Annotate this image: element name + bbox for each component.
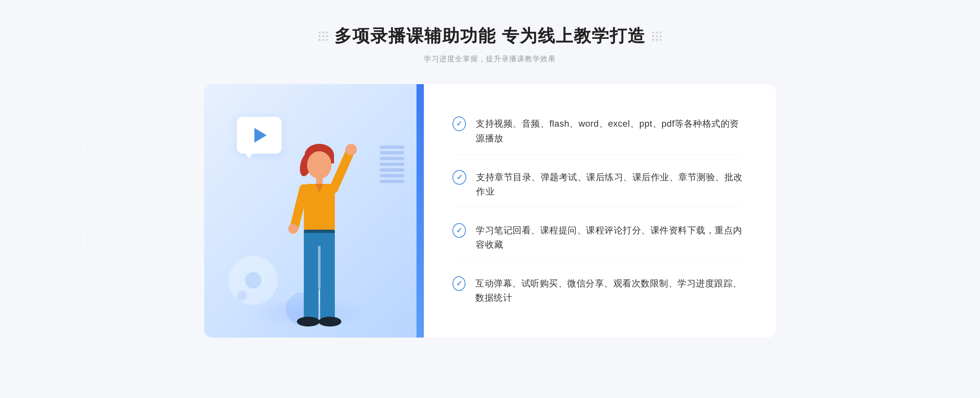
feature-text-3: 学习笔记回看、课程提问、课程评论打分、课件资料下载，重点内容收藏 bbox=[476, 223, 743, 252]
svg-point-3 bbox=[307, 151, 332, 179]
svg-rect-12 bbox=[318, 246, 321, 290]
decorative-lines bbox=[380, 145, 404, 195]
check-mark-4: ✓ bbox=[456, 280, 462, 287]
deco-circle-1 bbox=[245, 272, 261, 288]
check-mark-2: ✓ bbox=[457, 174, 463, 181]
feature-item-3: ✓ 学习笔记回看、课程提问、课程评论打分、课件资料下载，重点内容收藏 bbox=[452, 214, 743, 261]
check-icon-3: ✓ bbox=[452, 223, 466, 238]
feature-text-1: 支持视频、音频、flash、word、excel、ppt、pdf等各种格式的资源… bbox=[476, 116, 743, 145]
feature-text-2: 支持章节目录、弹题考试、课后练习、课后作业、章节测验、批改作业 bbox=[476, 170, 743, 199]
title-row: 多项录播课辅助功能 专为线上教学打造 bbox=[318, 25, 662, 47]
content-area: » bbox=[204, 84, 776, 338]
decorative-dots-right bbox=[652, 31, 662, 41]
feature-item-2: ✓ 支持章节目录、弹题考试、课后练习、课后作业、章节测验、批改作业 bbox=[452, 161, 743, 208]
human-figure bbox=[274, 140, 364, 338]
svg-point-15 bbox=[297, 317, 320, 326]
svg-point-9 bbox=[288, 224, 298, 234]
page-title: 多项录播课辅助功能 专为线上教学打造 bbox=[334, 25, 646, 47]
check-mark-1: ✓ bbox=[456, 120, 462, 127]
decorative-dots-left bbox=[318, 31, 328, 41]
svg-rect-4 bbox=[316, 177, 323, 184]
svg-line-5 bbox=[334, 152, 350, 189]
svg-line-8 bbox=[295, 189, 304, 226]
illustration-panel bbox=[204, 84, 416, 338]
features-panel: ✓ 支持视频、音频、flash、word、excel、ppt、pdf等各种格式的… bbox=[424, 84, 776, 338]
header-section: 多项录播课辅助功能 专为线上教学打造 学习进度全掌握，提升录播课教学效果 bbox=[318, 25, 662, 64]
feature-text-4: 互动弹幕、试听购买、微信分享、观看次数限制、学习进度跟踪、数据统计 bbox=[475, 276, 743, 305]
deco-circle-2 bbox=[237, 291, 247, 301]
svg-point-6 bbox=[345, 144, 357, 155]
check-icon-4: ✓ bbox=[452, 276, 466, 291]
svg-point-16 bbox=[318, 317, 341, 326]
page-subtitle: 学习进度全掌握，提升录播课教学效果 bbox=[318, 54, 662, 64]
blue-separator bbox=[416, 84, 424, 338]
page-container: 多项录播课辅助功能 专为线上教学打造 学习进度全掌握，提升录播课教学效果 » bbox=[0, 0, 980, 398]
check-mark-3: ✓ bbox=[456, 227, 462, 234]
check-icon-1: ✓ bbox=[452, 116, 466, 131]
feature-item-4: ✓ 互动弹幕、试听购买、微信分享、观看次数限制、学习进度跟踪、数据统计 bbox=[452, 267, 743, 314]
play-icon bbox=[254, 128, 267, 143]
svg-rect-14 bbox=[320, 287, 335, 320]
check-icon-2: ✓ bbox=[452, 170, 466, 185]
feature-item-1: ✓ 支持视频、音频、flash、word、excel、ppt、pdf等各种格式的… bbox=[452, 107, 743, 154]
svg-rect-13 bbox=[304, 287, 318, 320]
